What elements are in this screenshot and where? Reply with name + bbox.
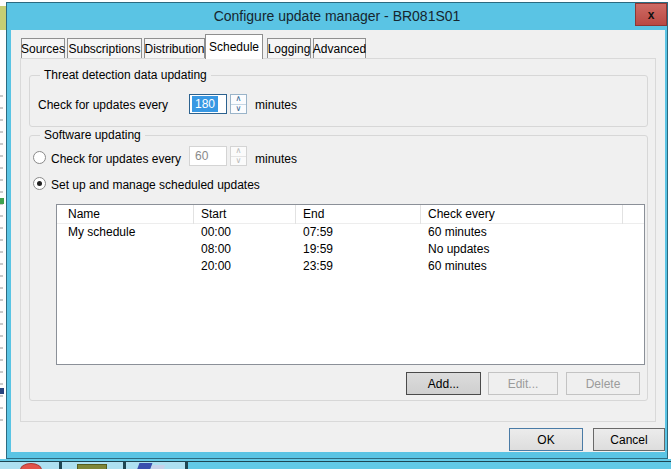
spin-down-icon[interactable]: ∨ [231,105,246,114]
tab-label: Subscriptions [68,42,140,56]
tab-label: Logging [268,42,311,56]
background-icon-row [0,461,671,469]
cell-check-every: No updates [421,241,623,258]
configure-update-manager-dialog: Configure update manager - BR081S01 x So… [6,2,668,459]
background-icon-cell [0,462,59,469]
background-decoration [0,95,3,425]
check-updates-label: Check for updates every [38,98,168,112]
minutes-label: minutes [255,152,297,166]
cancel-button[interactable]: Cancel [593,428,665,451]
cell-end: 19:59 [296,241,421,258]
background-icon-cell [62,462,123,469]
software-interval-input: 60 [189,146,227,166]
threat-interval-input[interactable]: 180 [189,94,227,114]
ok-button[interactable]: OK [509,428,583,451]
cell-name [57,258,194,275]
cell-check-every: 60 minutes [421,258,623,275]
radio-scheduled-updates[interactable] [33,177,46,190]
tab-logging[interactable]: Logging [267,38,311,59]
cell-end: 23:59 [296,258,421,275]
column-header-filler [623,205,644,224]
radio-check-interval[interactable] [33,151,46,164]
title-bar[interactable]: Configure update manager - BR081S01 [7,3,667,29]
group-title: Software updating [40,128,145,142]
add-button[interactable]: Add... [406,372,481,395]
background-decoration [0,388,4,394]
table-row[interactable]: My schedule 00:00 07:59 60 minutes [57,224,644,241]
column-header-check-every[interactable]: Check every [421,205,623,224]
tab-distribution[interactable]: Distribution [144,38,205,59]
tab-label: Schedule [209,40,259,54]
background-decoration [0,198,4,204]
schedule-list: Name Start End Check every My schedule 0… [56,204,645,365]
tab-schedule[interactable]: Schedule [205,34,263,59]
close-icon: x [648,8,655,22]
cell-start: 00:00 [194,224,296,241]
flag-icon [150,465,166,469]
table-row[interactable]: 08:00 19:59 No updates [57,241,644,258]
close-button[interactable]: x [635,3,667,26]
input-value-selected: 180 [192,96,218,112]
cell-start: 20:00 [194,258,296,275]
software-updating-group: Software updating Check for updates ever… [29,135,648,401]
tab-sources[interactable]: Sources [21,38,65,59]
group-title: Threat detection data updating [40,68,211,82]
window-title: Configure update manager - BR081S01 [214,8,461,24]
edit-button: Edit... [488,372,558,395]
software-interval-spinner: ∧ ∨ [230,146,247,166]
cell-end: 07:59 [296,224,421,241]
tab-label: Distribution [144,42,204,56]
dialog-client-area: Sources Subscriptions Distribution Sched… [11,30,665,452]
threat-detection-group: Threat detection data updating Check for… [29,75,648,127]
spin-down-icon: ∨ [231,157,246,166]
background-icon-cell [126,462,185,469]
list-header: Name Start End Check every [57,205,644,224]
input-value: 60 [190,149,208,163]
schedule-tab-page: Threat detection data updating Check for… [20,58,656,422]
table-row[interactable]: 20:00 23:59 60 minutes [57,258,644,275]
radio-check-interval-label: Check for updates every [51,152,181,166]
minutes-label: minutes [255,98,297,112]
tab-label: Advanced [313,42,366,56]
threat-interval-spinner[interactable]: ∧ ∨ [230,94,247,114]
cell-name: My schedule [57,224,194,241]
cell-separator [185,462,188,469]
column-header-start[interactable]: Start [194,205,296,224]
delete-button: Delete [566,372,640,395]
green-book-icon [77,464,107,469]
tab-advanced[interactable]: Advanced [313,38,366,59]
tab-subscriptions[interactable]: Subscriptions [67,38,142,59]
tab-label: Sources [21,42,65,56]
cell-check-every: 60 minutes [421,224,623,241]
cell-start: 08:00 [194,241,296,258]
background-taskbar-strip [0,459,671,469]
red-circle-icon [20,463,42,469]
column-header-end[interactable]: End [296,205,421,224]
radio-scheduled-updates-label: Set up and manage scheduled updates [51,178,260,192]
column-header-name[interactable]: Name [57,205,194,224]
cell-name [57,241,194,258]
